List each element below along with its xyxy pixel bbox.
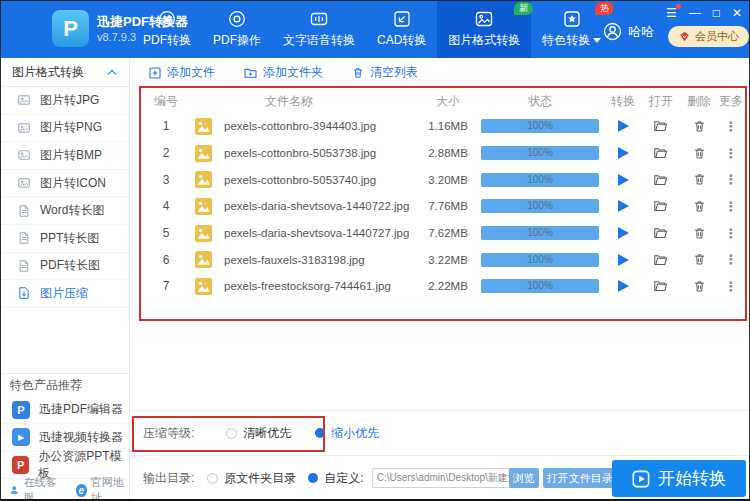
- header-size: 大小: [420, 94, 476, 109]
- image-thumbnail-icon: [192, 250, 216, 269]
- radio-size-first[interactable]: 缩小优先: [315, 425, 379, 442]
- status-cell: 100%: [476, 279, 604, 293]
- more-button[interactable]: ⋮: [718, 252, 744, 267]
- table-header: 编号 文件名称 大小 状态 转换 打开 删除 更多: [140, 89, 744, 113]
- sidebar-item-image-to-jpg[interactable]: 图片转JPG: [0, 87, 129, 115]
- table-row[interactable]: 7 pexels-freestocksorg-744461.jpg 2.22MB…: [140, 273, 744, 300]
- browse-button[interactable]: 浏览: [509, 468, 539, 488]
- progress-bar: 100%: [481, 226, 599, 240]
- sidebar-item-pdf-to-image[interactable]: PDF转长图: [0, 253, 129, 281]
- vip-center-button[interactable]: 会员中心: [668, 26, 749, 47]
- open-folder-button[interactable]: [642, 172, 680, 188]
- status-cell: 100%: [476, 173, 604, 187]
- clear-list-button[interactable]: 清空列表: [351, 64, 418, 81]
- delete-button[interactable]: [680, 146, 718, 161]
- delete-button[interactable]: [680, 279, 718, 294]
- file-table: 编号 文件名称 大小 状态 转换 打开 删除 更多 1 pexels-cotto…: [140, 89, 744, 300]
- file-name: pexels-cottonbro-5053740.jpg: [216, 174, 420, 186]
- support-person-icon: [9, 484, 19, 496]
- convert-button[interactable]: [604, 120, 642, 132]
- tab-label: PDF操作: [213, 32, 261, 49]
- file-name: pexels-fauxels-3183198.jpg: [216, 254, 420, 266]
- menu-button[interactable]: ☰: [666, 6, 677, 20]
- table-row[interactable]: 4 pexels-daria-shevtsova-1440722.jpg 7.7…: [140, 193, 744, 220]
- doc-file-icon: [17, 231, 31, 245]
- open-folder-button[interactable]: [642, 118, 680, 134]
- recommend-pdf-editor[interactable]: P 迅捷PDF编辑器: [0, 397, 129, 425]
- convert-button[interactable]: [604, 147, 642, 159]
- convert-button[interactable]: [604, 174, 642, 186]
- file-size: 1.16MB: [420, 120, 476, 132]
- status-cell: 100%: [476, 253, 604, 267]
- main-panel: 添加文件 添加文件夹 清空列表 编号 文件名称 大小 状态 转换 打开 删除 更…: [130, 58, 750, 501]
- progress-bar: 100%: [481, 173, 599, 187]
- open-folder-icon: [653, 145, 669, 161]
- radio-clarity-first[interactable]: 清晰优先: [226, 425, 291, 442]
- file-name: pexels-cottonbro-3944403.jpg: [216, 120, 420, 132]
- convert-button[interactable]: [604, 254, 642, 266]
- tab-image-format[interactable]: 新 图片格式转换: [437, 0, 531, 58]
- more-button[interactable]: ⋮: [718, 279, 744, 294]
- tab-text-speech[interactable]: 文字语音转换: [272, 0, 366, 58]
- more-button[interactable]: ⋮: [718, 146, 744, 161]
- convert-button[interactable]: [604, 227, 642, 239]
- sidebar-item-image-to-icon[interactable]: 图片转ICON: [0, 170, 129, 198]
- user-account[interactable]: 哈哈: [603, 22, 654, 41]
- more-button[interactable]: ⋮: [718, 199, 744, 214]
- progress-label: 100%: [481, 119, 599, 133]
- table-row[interactable]: 1 pexels-cottonbro-3944403.jpg 1.16MB 10…: [140, 113, 744, 140]
- add-file-button[interactable]: 添加文件: [148, 64, 215, 81]
- minimize-button[interactable]: —: [689, 6, 701, 20]
- table-row[interactable]: 6 pexels-fauxels-3183198.jpg 3.22MB 100%…: [140, 246, 744, 273]
- more-button[interactable]: ⋮: [718, 226, 744, 241]
- image-format-icon: [474, 9, 494, 29]
- convert-button[interactable]: [604, 200, 642, 212]
- add-folder-button[interactable]: 添加文件夹: [243, 64, 323, 81]
- delete-button[interactable]: [680, 172, 718, 187]
- radio-source-folder[interactable]: 原文件夹目录: [207, 470, 296, 487]
- sidebar-item-image-compress[interactable]: 图片压缩: [0, 280, 129, 308]
- table-row[interactable]: 3 pexels-cottonbro-5053740.jpg 3.20MB 10…: [140, 166, 744, 193]
- chevron-down-icon: [593, 38, 601, 43]
- table-row[interactable]: 2 pexels-cottonbro-5053738.jpg 2.88MB 10…: [140, 140, 744, 167]
- trash-icon: [692, 146, 707, 161]
- more-button[interactable]: ⋮: [718, 119, 744, 134]
- open-folder-button[interactable]: [642, 225, 680, 241]
- delete-button[interactable]: [680, 226, 718, 241]
- open-folder-button[interactable]: [642, 278, 680, 294]
- tab-pdf-operate[interactable]: PDF操作: [202, 0, 272, 58]
- sidebar-item-ppt-to-image[interactable]: PPT转长图: [0, 225, 129, 253]
- open-folder-button[interactable]: [642, 252, 680, 268]
- open-folder-button[interactable]: [642, 145, 680, 161]
- website-link[interactable]: e 官网地址: [76, 475, 129, 501]
- tab-pdf-convert[interactable]: PDF转换: [132, 0, 202, 58]
- tab-special-convert[interactable]: 热 特色转换: [531, 0, 612, 58]
- pdf-editor-icon: P: [12, 401, 30, 419]
- sidebar-item-word-to-image[interactable]: Word转长图: [0, 197, 129, 225]
- start-convert-button[interactable]: 开始转换: [612, 460, 746, 497]
- progress-label: 100%: [481, 173, 599, 187]
- image-thumbnail-icon: [192, 224, 216, 243]
- radio-custom-folder[interactable]: 自定义:: [308, 470, 363, 487]
- delete-button[interactable]: [680, 252, 718, 267]
- trash-icon: [692, 172, 707, 187]
- close-button[interactable]: ✕: [732, 6, 742, 20]
- sidebar-item-image-to-png[interactable]: 图片转PNG: [0, 115, 129, 143]
- delete-button[interactable]: [680, 199, 718, 214]
- open-file-directory-button[interactable]: 打开文件目录: [543, 468, 617, 488]
- table-row[interactable]: 5 pexels-daria-shevtsova-1440727.jpg 7.6…: [140, 220, 744, 247]
- sidebar-item-image-to-bmp[interactable]: 图片转BMP: [0, 142, 129, 170]
- trash-icon: [692, 252, 707, 267]
- convert-button[interactable]: [604, 280, 642, 292]
- text-speech-icon: [309, 9, 329, 29]
- delete-button[interactable]: [680, 119, 718, 134]
- maximize-button[interactable]: □: [713, 6, 720, 20]
- sidebar-footer: 在线客服 e 官网地址: [0, 479, 129, 501]
- online-support-link[interactable]: 在线客服: [9, 475, 62, 501]
- more-button[interactable]: ⋮: [718, 172, 744, 187]
- sidebar-section-header[interactable]: 图片格式转换: [0, 58, 129, 87]
- status-cell: 100%: [476, 146, 604, 160]
- open-folder-button[interactable]: [642, 198, 680, 214]
- tab-label: PDF转换: [143, 32, 191, 49]
- tab-cad-convert[interactable]: CAD转换: [366, 0, 437, 58]
